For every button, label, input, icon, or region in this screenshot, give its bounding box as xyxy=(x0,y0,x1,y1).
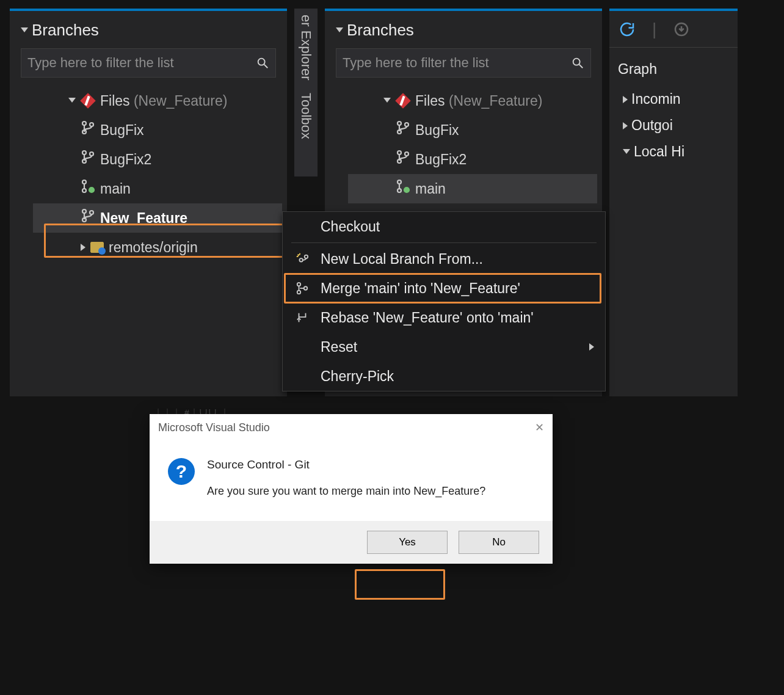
svg-point-7 xyxy=(90,152,93,156)
chevron-down-icon xyxy=(68,98,76,103)
ctx-new-local-branch[interactable]: New Local Branch From... xyxy=(283,244,605,274)
svg-point-5 xyxy=(82,151,86,155)
tab-server-explorer[interactable]: er Explorer xyxy=(298,15,314,81)
filter-input[interactable] xyxy=(343,55,571,71)
ctx-rebase[interactable]: Rebase 'New_Feature' onto 'main' xyxy=(283,303,605,332)
svg-point-9 xyxy=(82,189,86,192)
branches-title: Branches xyxy=(32,21,99,40)
branch-item-main[interactable]: main xyxy=(33,174,282,203)
label: Cherry-Pick xyxy=(321,368,394,385)
chevron-right-icon xyxy=(623,122,628,129)
branch-item-bugfix2[interactable]: BugFix2 xyxy=(33,145,282,174)
question-icon: ? xyxy=(168,458,195,485)
branch-item-bugfix[interactable]: BugFix xyxy=(348,115,597,145)
branches-header[interactable]: Branches xyxy=(15,18,282,48)
branch-item-bugfix2[interactable]: BugFix2 xyxy=(348,145,597,174)
dialog-title: Microsoft Visual Studio xyxy=(158,421,270,434)
svg-point-0 xyxy=(258,59,265,65)
files-label: Files xyxy=(100,93,134,109)
sidebar-tab-strip[interactable]: er Explorer Toolbox xyxy=(294,9,318,176)
svg-point-14 xyxy=(573,59,580,65)
svg-point-19 xyxy=(397,151,401,155)
branch-label: BugFix xyxy=(415,119,459,142)
branch-tree: Files (New_Feature) BugFix BugFix2 main xyxy=(330,86,597,203)
branch-item-main[interactable]: main xyxy=(348,174,597,203)
fetch-icon[interactable] xyxy=(672,20,691,38)
close-icon[interactable]: ✕ xyxy=(535,421,544,434)
graph-body: Graph Incomin Outgoi Local Hi xyxy=(609,48,738,173)
svg-point-18 xyxy=(405,123,408,126)
filter-box[interactable] xyxy=(336,48,591,78)
label: Rebase 'New_Feature' onto 'main' xyxy=(321,310,534,326)
graph-outgoing[interactable]: Outgoi xyxy=(617,112,730,139)
branch-item-newfeature[interactable]: New_Feature xyxy=(33,203,282,233)
graph-panel: | Graph Incomin Outgoi Local Hi xyxy=(609,9,738,396)
chevron-down-icon xyxy=(21,27,28,32)
folder-icon xyxy=(90,242,104,253)
graph-localhistory[interactable]: Local Hi xyxy=(617,139,730,165)
ctx-cherry-pick[interactable]: Cherry-Pick xyxy=(283,362,605,391)
branch-tree: Files (New_Feature) BugFix BugFix2 main xyxy=(15,86,282,262)
dialog-titlebar[interactable]: Microsoft Visual Studio ✕ xyxy=(150,414,553,441)
svg-point-26 xyxy=(299,258,303,262)
label: Local Hi xyxy=(634,144,684,160)
files-current-branch: (New_Feature) xyxy=(134,93,227,109)
filter-input[interactable] xyxy=(27,55,256,71)
filter-box[interactable] xyxy=(21,48,276,78)
svg-point-27 xyxy=(305,255,308,259)
no-button[interactable]: No xyxy=(459,531,539,554)
graph-heading: Graph xyxy=(617,56,730,86)
annotation-highlight xyxy=(355,569,445,600)
chevron-down-icon xyxy=(336,27,343,32)
branch-item-remotes[interactable]: remotes/origin xyxy=(33,233,282,262)
tree-files-node[interactable]: Files (New_Feature) xyxy=(348,86,597,115)
branch-icon xyxy=(396,178,410,200)
svg-point-8 xyxy=(82,180,86,184)
branch-icon xyxy=(81,178,95,200)
chevron-right-icon xyxy=(81,244,85,251)
svg-point-30 xyxy=(304,286,308,290)
svg-point-10 xyxy=(89,187,94,192)
branch-icon xyxy=(81,207,95,230)
svg-line-1 xyxy=(264,65,268,68)
svg-point-23 xyxy=(397,189,401,192)
toolbar-separator: | xyxy=(652,20,656,39)
confirm-merge-dialog: Microsoft Visual Studio ✕ ? Source Contr… xyxy=(150,414,553,564)
svg-point-24 xyxy=(404,187,409,192)
branch-item-bugfix[interactable]: BugFix xyxy=(33,115,282,145)
svg-point-28 xyxy=(297,283,301,286)
context-menu-separator xyxy=(291,242,597,243)
graph-incoming[interactable]: Incomin xyxy=(617,86,730,112)
search-icon[interactable] xyxy=(256,56,269,70)
branch-label: BugFix2 xyxy=(100,148,151,171)
refresh-icon[interactable] xyxy=(618,20,636,38)
ctx-reset[interactable]: Reset xyxy=(283,332,605,362)
ctx-merge[interactable]: Merge 'main' into 'New_Feature' xyxy=(283,274,605,303)
yes-button[interactable]: Yes xyxy=(367,531,448,554)
svg-point-11 xyxy=(82,209,86,213)
svg-line-15 xyxy=(579,65,583,68)
rebase-icon xyxy=(294,311,311,324)
git-repo-icon xyxy=(81,93,95,108)
label: Checkout xyxy=(321,219,380,235)
branch-context-menu: Checkout New Local Branch From... Merge … xyxy=(282,211,606,391)
svg-point-2 xyxy=(82,122,86,125)
search-icon[interactable] xyxy=(571,56,584,70)
sparkle-branch-icon xyxy=(294,252,311,266)
svg-point-21 xyxy=(405,152,408,156)
label: Merge 'main' into 'New_Feature' xyxy=(321,280,520,297)
tab-toolbox[interactable]: Toolbox xyxy=(298,93,314,139)
branch-icon xyxy=(396,119,410,142)
branch-label: New_Feature xyxy=(100,207,187,230)
branch-label: remotes/origin xyxy=(109,236,198,259)
label: New Local Branch From... xyxy=(321,251,483,267)
dialog-message: Are you sure you want to merge main into… xyxy=(207,485,485,498)
git-repo-icon xyxy=(396,93,410,108)
branches-header[interactable]: Branches xyxy=(330,18,597,48)
branches-panel-left: Branches Files (New_Feature) BugFix xyxy=(10,9,287,396)
svg-point-22 xyxy=(397,180,401,184)
ctx-checkout[interactable]: Checkout xyxy=(283,212,605,241)
tree-files-node[interactable]: Files (New_Feature) xyxy=(33,86,282,115)
branch-label: main xyxy=(100,178,131,200)
dialog-footer: Yes No xyxy=(150,521,553,564)
